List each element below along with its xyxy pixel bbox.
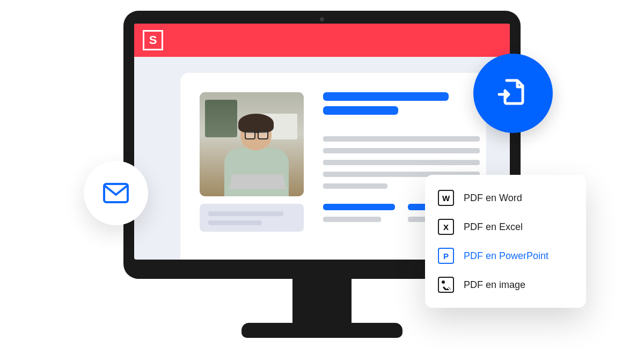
monitor-base xyxy=(241,323,402,338)
sub-column xyxy=(323,204,395,222)
app-header: S xyxy=(134,24,510,57)
menu-item-image[interactable]: PDF en image xyxy=(430,270,581,299)
image-icon xyxy=(438,277,454,293)
mail-badge[interactable] xyxy=(84,161,148,225)
camera-dot xyxy=(320,17,324,21)
photo-caption-block xyxy=(200,204,304,232)
word-icon: W xyxy=(438,190,454,206)
menu-item-label: PDF en PowerPoint xyxy=(464,250,548,262)
convert-badge[interactable] xyxy=(473,54,553,133)
mail-icon xyxy=(103,183,129,203)
text-placeholder xyxy=(323,148,480,153)
text-placeholder xyxy=(323,160,480,165)
menu-item-excel[interactable]: X PDF en Excel xyxy=(430,212,581,241)
menu-item-label: PDF en image xyxy=(464,279,525,291)
text-placeholder xyxy=(323,217,381,222)
menu-item-word[interactable]: W PDF en Word xyxy=(430,183,581,212)
title-placeholder xyxy=(323,92,449,101)
convert-menu: W PDF en Word X PDF en Excel P PDF en Po… xyxy=(425,175,586,308)
subheading-placeholder xyxy=(323,204,395,210)
monitor-neck xyxy=(292,279,352,323)
powerpoint-icon: P xyxy=(438,248,454,264)
caption-line xyxy=(208,211,283,216)
app-logo[interactable]: S xyxy=(143,30,163,50)
convert-icon xyxy=(495,75,531,112)
excel-icon: X xyxy=(438,219,454,235)
text-placeholder xyxy=(323,183,387,189)
document-left-column xyxy=(200,92,304,260)
text-placeholder xyxy=(323,136,480,142)
app-logo-letter: S xyxy=(149,34,157,46)
svg-rect-0 xyxy=(104,184,128,202)
title-placeholder xyxy=(323,106,398,115)
menu-item-label: PDF en Word xyxy=(464,193,522,204)
caption-line xyxy=(208,220,262,225)
menu-item-label: PDF en Excel xyxy=(464,221,523,233)
menu-item-powerpoint[interactable]: P PDF en PowerPoint xyxy=(430,241,581,270)
document-photo xyxy=(200,92,304,196)
